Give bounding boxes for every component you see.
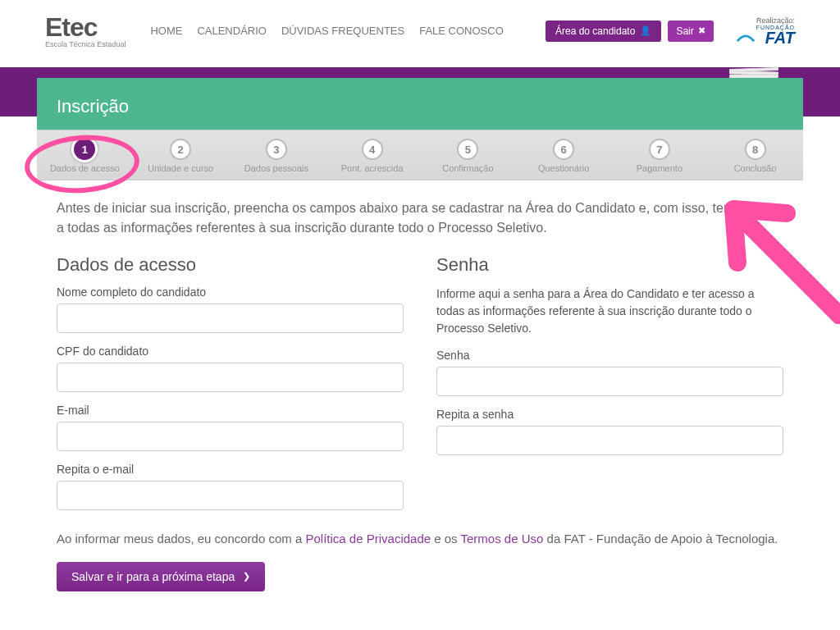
email-label: E-mail: [57, 404, 404, 417]
email2-input[interactable]: [57, 481, 404, 510]
left-column: Dados de acesso Nome completo do candida…: [57, 254, 404, 522]
step-5-number: 5: [457, 139, 478, 160]
nav-home[interactable]: HOME: [150, 25, 182, 37]
step-1-label: Dados de acesso: [37, 163, 133, 173]
step-8-number: 8: [745, 139, 766, 160]
step-1[interactable]: 1 Dados de acesso: [37, 130, 133, 180]
step-2[interactable]: 2 Unidade e curso: [133, 130, 229, 180]
step-4-label: Pont. acrescida: [324, 163, 420, 173]
step-7-label: Pagamento: [612, 163, 708, 173]
right-column: Senha Informe aqui a senha para a Área d…: [436, 254, 783, 522]
step-5-label: Confirmação: [420, 163, 516, 173]
consent-post: da FAT - Fundação de Apoio à Tecnologia.: [543, 532, 778, 546]
senha-desc: Informe aqui a senha para a Área do Cand…: [436, 285, 783, 337]
nav-calendario[interactable]: CALENDÁRIO: [197, 25, 267, 37]
step-2-number: 2: [170, 139, 191, 160]
step-3-label: Dados pessoais: [229, 163, 325, 173]
nome-label: Nome completo do candidato: [57, 285, 404, 299]
consent-text: Ao informar meus dados, eu concordo com …: [57, 530, 783, 549]
sair-label: Sair: [676, 25, 693, 37]
next-step-button[interactable]: Salvar e ir para a próxima etapa ❯: [57, 562, 265, 591]
step-2-label: Unidade e curso: [133, 163, 229, 173]
email2-label: Repita o e-mail: [57, 463, 404, 476]
main-nav: HOME CALENDÁRIO DÚVIDAS FREQUENTES FALE …: [150, 25, 503, 37]
card-title: Inscrição: [37, 78, 803, 130]
intro-text: Antes de iniciar sua inscrição, preencha…: [57, 199, 783, 238]
senha-input[interactable]: [436, 367, 783, 396]
step-8[interactable]: 8 Conclusão: [707, 130, 803, 180]
step-8-label: Conclusão: [707, 163, 803, 173]
nome-input[interactable]: [57, 304, 404, 333]
terms-link[interactable]: Termos de Uso: [461, 532, 544, 546]
step-bar: 1 Dados de acesso 2 Unidade e curso 3 Da…: [37, 130, 803, 180]
dados-acesso-title: Dados de acesso: [57, 254, 404, 276]
user-icon: 👤: [640, 25, 651, 36]
step-6-number: 6: [553, 139, 574, 160]
fat-logo: FAT: [756, 30, 795, 45]
step-3[interactable]: 3 Dados pessoais: [229, 130, 325, 180]
cpf-label: CPF do candidato: [57, 345, 404, 358]
logo-main: Etec: [45, 14, 126, 40]
realizacao-label: Realização:: [737, 16, 795, 25]
senha-title: Senha: [436, 254, 783, 276]
logo[interactable]: Etec Escola Técnica Estadual: [45, 14, 126, 48]
senha2-input[interactable]: [436, 426, 783, 455]
consent-pre: Ao informar meus dados, eu concordo com …: [57, 532, 306, 546]
step-4[interactable]: 4 Pont. acrescida: [324, 130, 420, 180]
nav-fale-conosco[interactable]: FALE CONOSCO: [419, 25, 504, 37]
content: Antes de iniciar sua inscrição, preencha…: [37, 180, 803, 604]
next-step-label: Salvar e ir para a próxima etapa: [71, 570, 235, 583]
realizacao: Realização: FUNDAÇÃO FAT: [737, 16, 795, 45]
sair-button[interactable]: Sair ✖: [668, 21, 713, 42]
step-4-number: 4: [362, 139, 383, 160]
logo-subtitle: Escola Técnica Estadual: [45, 40, 126, 48]
step-1-number: 1: [74, 139, 95, 160]
nav-duvidas[interactable]: DÚVIDAS FREQUENTES: [281, 25, 404, 37]
top-right: Área do candidato 👤 Sair ✖ Realização: F…: [546, 16, 795, 45]
senha-label: Senha: [436, 349, 783, 362]
step-3-number: 3: [266, 139, 287, 160]
step-6-label: Questionário: [516, 163, 612, 173]
fat-swoosh-icon: [737, 31, 755, 39]
privacy-link[interactable]: Política de Privacidade: [306, 532, 431, 546]
step-7-number: 7: [649, 139, 670, 160]
chevron-right-icon: ❯: [243, 571, 250, 582]
senha2-label: Repita a senha: [436, 408, 783, 421]
step-6[interactable]: 6 Questionário: [516, 130, 612, 180]
consent-mid: e os: [431, 532, 460, 546]
email-input[interactable]: [57, 422, 404, 451]
area-candidato-button[interactable]: Área do candidato 👤: [546, 21, 661, 42]
step-7[interactable]: 7 Pagamento: [612, 130, 708, 180]
close-icon: ✖: [698, 25, 705, 36]
inscricao-card: Inscrição 1 Dados de acesso 2 Unidade e …: [37, 78, 803, 604]
cpf-input[interactable]: [57, 363, 404, 392]
top-bar: Etec Escola Técnica Estadual HOME CALEND…: [0, 0, 840, 57]
area-candidato-label: Área do candidato: [555, 25, 635, 37]
step-5[interactable]: 5 Confirmação: [420, 130, 516, 180]
